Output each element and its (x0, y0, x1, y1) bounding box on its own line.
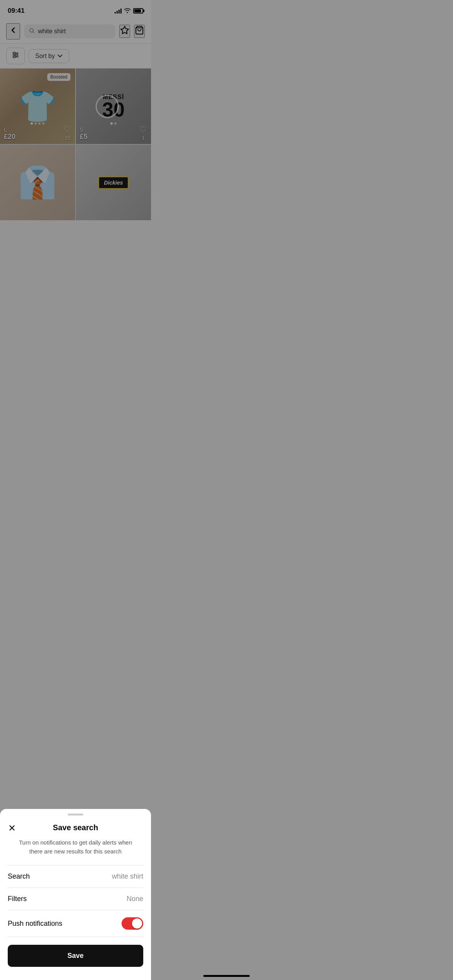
modal-overlay[interactable] (0, 0, 151, 327)
